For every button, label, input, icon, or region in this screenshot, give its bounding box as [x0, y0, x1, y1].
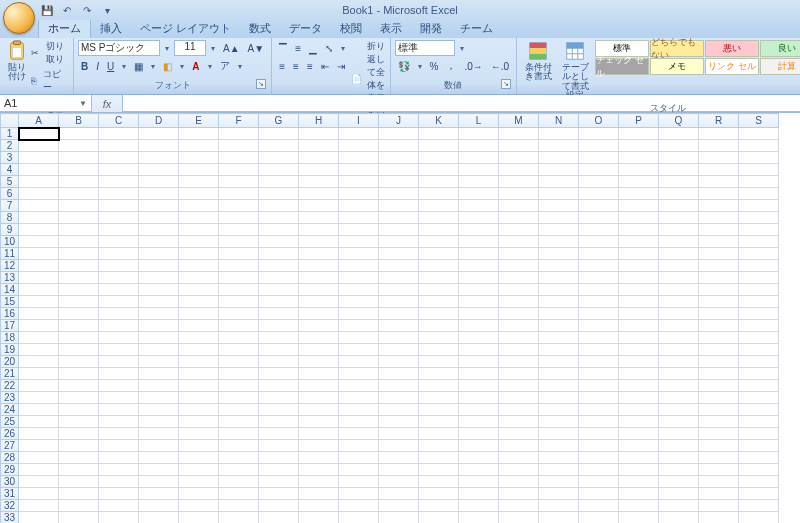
cell-I20[interactable] — [339, 356, 379, 368]
row-header-12[interactable]: 12 — [1, 260, 19, 272]
row-header-15[interactable]: 15 — [1, 296, 19, 308]
fill-color-button[interactable]: ◧ — [160, 58, 175, 74]
cell-E8[interactable] — [179, 212, 219, 224]
cell-G13[interactable] — [259, 272, 299, 284]
cell-L1[interactable] — [459, 128, 499, 140]
cell-C28[interactable] — [99, 452, 139, 464]
cell-L7[interactable] — [459, 200, 499, 212]
cell-P16[interactable] — [619, 308, 659, 320]
cell-K17[interactable] — [419, 320, 459, 332]
cell-I17[interactable] — [339, 320, 379, 332]
cell-K32[interactable] — [419, 500, 459, 512]
cell-G8[interactable] — [259, 212, 299, 224]
cell-E5[interactable] — [179, 176, 219, 188]
style-cell-5[interactable]: メモ — [650, 58, 704, 75]
align-bottom-button[interactable]: ▁ — [306, 40, 320, 56]
cell-F26[interactable] — [219, 428, 259, 440]
cell-S30[interactable] — [739, 476, 779, 488]
cell-L6[interactable] — [459, 188, 499, 200]
cell-M10[interactable] — [499, 236, 539, 248]
cell-D2[interactable] — [139, 140, 179, 152]
cell-N12[interactable] — [539, 260, 579, 272]
cell-P1[interactable] — [619, 128, 659, 140]
cell-I6[interactable] — [339, 188, 379, 200]
cell-Q4[interactable] — [659, 164, 699, 176]
col-header-E[interactable]: E — [179, 114, 219, 128]
cell-D27[interactable] — [139, 440, 179, 452]
cell-O10[interactable] — [579, 236, 619, 248]
cell-O24[interactable] — [579, 404, 619, 416]
cell-G23[interactable] — [259, 392, 299, 404]
cell-B28[interactable] — [59, 452, 99, 464]
cell-Q28[interactable] — [659, 452, 699, 464]
cell-S9[interactable] — [739, 224, 779, 236]
cell-G10[interactable] — [259, 236, 299, 248]
cell-P26[interactable] — [619, 428, 659, 440]
cell-E28[interactable] — [179, 452, 219, 464]
cell-N31[interactable] — [539, 488, 579, 500]
cell-A17[interactable] — [19, 320, 59, 332]
cell-H6[interactable] — [299, 188, 339, 200]
cell-I26[interactable] — [339, 428, 379, 440]
row-header-8[interactable]: 8 — [1, 212, 19, 224]
cell-I16[interactable] — [339, 308, 379, 320]
cell-G30[interactable] — [259, 476, 299, 488]
cell-J12[interactable] — [379, 260, 419, 272]
cell-E17[interactable] — [179, 320, 219, 332]
cell-S22[interactable] — [739, 380, 779, 392]
cell-L14[interactable] — [459, 284, 499, 296]
cell-H5[interactable] — [299, 176, 339, 188]
cell-K3[interactable] — [419, 152, 459, 164]
font-launcher[interactable]: ↘ — [256, 79, 266, 89]
tab-2[interactable]: ページ レイアウト — [131, 19, 240, 38]
row-header-5[interactable]: 5 — [1, 176, 19, 188]
cell-E27[interactable] — [179, 440, 219, 452]
cell-S6[interactable] — [739, 188, 779, 200]
cell-N14[interactable] — [539, 284, 579, 296]
cell-A24[interactable] — [19, 404, 59, 416]
cell-N27[interactable] — [539, 440, 579, 452]
cell-I8[interactable] — [339, 212, 379, 224]
cell-O12[interactable] — [579, 260, 619, 272]
cell-K13[interactable] — [419, 272, 459, 284]
cell-L27[interactable] — [459, 440, 499, 452]
style-cell-7[interactable]: 計算 — [760, 58, 800, 75]
col-header-C[interactable]: C — [99, 114, 139, 128]
cell-A18[interactable] — [19, 332, 59, 344]
cell-O25[interactable] — [579, 416, 619, 428]
row-header-14[interactable]: 14 — [1, 284, 19, 296]
cell-C13[interactable] — [99, 272, 139, 284]
row-header-31[interactable]: 31 — [1, 488, 19, 500]
cell-O11[interactable] — [579, 248, 619, 260]
cell-G19[interactable] — [259, 344, 299, 356]
cell-H8[interactable] — [299, 212, 339, 224]
cell-O23[interactable] — [579, 392, 619, 404]
cell-A2[interactable] — [19, 140, 59, 152]
cell-N6[interactable] — [539, 188, 579, 200]
cell-P30[interactable] — [619, 476, 659, 488]
cell-H9[interactable] — [299, 224, 339, 236]
cell-A21[interactable] — [19, 368, 59, 380]
row-header-1[interactable]: 1 — [1, 128, 19, 140]
cell-E16[interactable] — [179, 308, 219, 320]
cell-Q27[interactable] — [659, 440, 699, 452]
cell-I3[interactable] — [339, 152, 379, 164]
row-header-3[interactable]: 3 — [1, 152, 19, 164]
cell-B26[interactable] — [59, 428, 99, 440]
cell-G27[interactable] — [259, 440, 299, 452]
comma-button[interactable]: ， — [443, 58, 459, 74]
cell-I32[interactable] — [339, 500, 379, 512]
cell-I1[interactable] — [339, 128, 379, 140]
cell-K21[interactable] — [419, 368, 459, 380]
cell-K4[interactable] — [419, 164, 459, 176]
cell-N24[interactable] — [539, 404, 579, 416]
cell-I28[interactable] — [339, 452, 379, 464]
cell-D7[interactable] — [139, 200, 179, 212]
cell-R11[interactable] — [699, 248, 739, 260]
col-header-M[interactable]: M — [499, 114, 539, 128]
grow-font-button[interactable]: A▲ — [220, 40, 243, 56]
cell-O31[interactable] — [579, 488, 619, 500]
row-header-29[interactable]: 29 — [1, 464, 19, 476]
cell-F33[interactable] — [219, 512, 259, 524]
row-header-4[interactable]: 4 — [1, 164, 19, 176]
